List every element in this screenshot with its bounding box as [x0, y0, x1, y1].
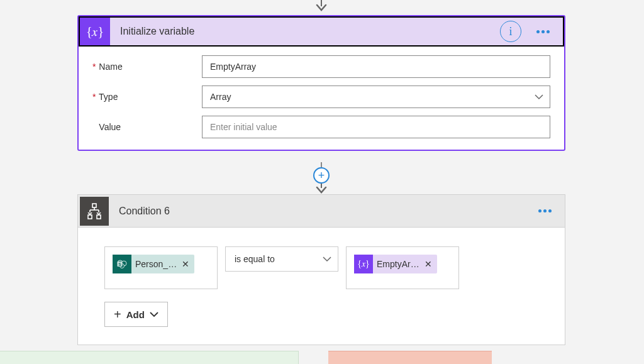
condition-yes-branch[interactable] — [0, 351, 299, 364]
more-menu-icon[interactable] — [530, 30, 555, 33]
variable-icon: {𝑥} — [80, 18, 110, 45]
svg-rect-8 — [97, 215, 101, 219]
token-label: EmptyAr… — [377, 259, 419, 269]
condition-title: Condition 6 — [109, 206, 532, 217]
chevron-down-icon — [150, 311, 158, 317]
condition-header[interactable]: Condition 6 — [78, 195, 565, 228]
chevron-down-icon — [323, 256, 331, 262]
condition-operator-select[interactable]: is equal to — [225, 246, 338, 272]
info-icon[interactable]: i — [500, 21, 521, 42]
flow-connector: + — [308, 162, 335, 194]
svg-text:S: S — [118, 262, 121, 267]
condition-body: S Person_… ✕ is equal to {𝑥} — [78, 228, 565, 345]
variable-token[interactable]: {𝑥} EmptyAr… ✕ — [354, 255, 437, 273]
chevron-down-icon — [535, 94, 543, 100]
initialize-variable-card: {𝑥} Initialize variable i * Name EmptyAr… — [77, 15, 565, 151]
svg-rect-2 — [92, 204, 96, 207]
flow-arrow-icon — [315, 184, 328, 194]
condition-no-branch[interactable] — [328, 351, 492, 364]
initialize-variable-header[interactable]: {𝑥} Initialize variable i — [79, 16, 564, 47]
condition-card: Condition 6 S Person_… — [77, 194, 565, 345]
dynamic-content-token[interactable]: S Person_… ✕ — [113, 255, 194, 273]
condition-left-operand[interactable]: S Person_… ✕ — [104, 246, 218, 289]
type-select[interactable]: Array — [202, 85, 550, 108]
condition-more-icon[interactable] — [532, 209, 557, 212]
variable-icon: {𝑥} — [354, 255, 373, 273]
value-label: * Value — [92, 122, 202, 132]
initialize-variable-title: Initialize variable — [110, 26, 500, 37]
value-input[interactable]: Enter initial value — [202, 116, 550, 138]
initialize-variable-body: * Name EmptyArray * Type Array * Value E… — [79, 47, 564, 150]
add-step-button[interactable]: + — [313, 167, 330, 184]
sharepoint-icon: S — [113, 255, 131, 273]
add-condition-button[interactable]: + Add — [104, 302, 168, 327]
svg-rect-7 — [88, 215, 92, 219]
remove-token-icon[interactable]: ✕ — [182, 259, 189, 269]
remove-token-icon[interactable]: ✕ — [425, 259, 432, 269]
flow-arrow-top — [315, 0, 328, 13]
name-label: * Name — [92, 62, 202, 72]
condition-expression-row: S Person_… ✕ is equal to {𝑥} — [104, 246, 538, 289]
condition-right-operand[interactable]: {𝑥} EmptyAr… ✕ — [346, 246, 459, 289]
condition-icon — [80, 197, 109, 226]
plus-icon: + — [114, 307, 121, 322]
name-input[interactable]: EmptyArray — [202, 55, 550, 78]
type-label: * Type — [92, 92, 202, 102]
token-label: Person_… — [135, 259, 177, 269]
